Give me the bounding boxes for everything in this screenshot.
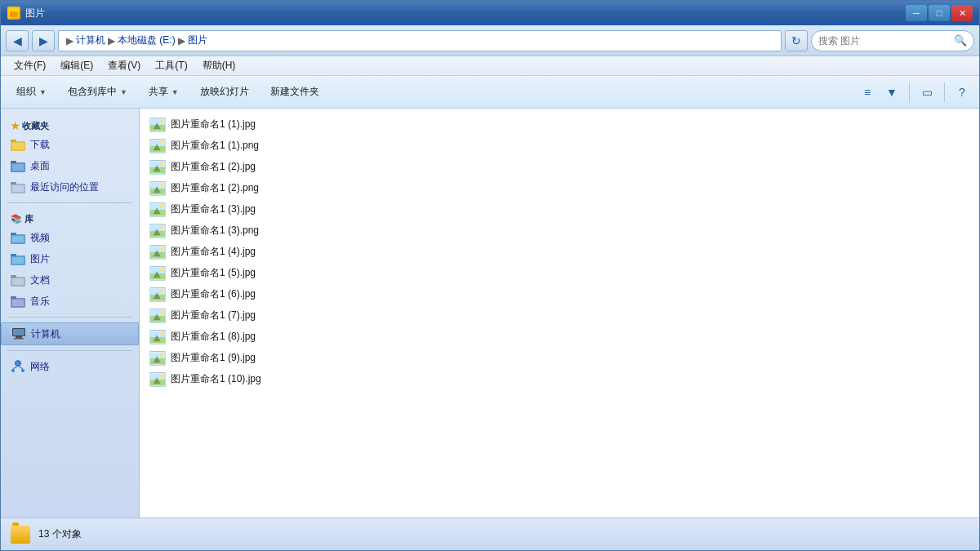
- file-name: 图片重命名1 (1).jpg: [171, 118, 256, 131]
- file-icon: [149, 180, 166, 196]
- titlebar-left: 图片: [7, 7, 45, 20]
- sidebar-divider-2: [7, 317, 132, 318]
- path-drive[interactable]: 本地磁盘 (E:): [118, 33, 176, 47]
- svg-rect-27: [14, 338, 24, 340]
- sidebar-item-download[interactable]: 下载: [1, 134, 139, 155]
- list-item[interactable]: 图片重命名1 (6).jpg: [145, 283, 974, 304]
- file-icon: [149, 371, 166, 387]
- svg-point-75: [159, 247, 163, 251]
- library-title: 📚 库: [1, 208, 139, 227]
- forward-button[interactable]: ▶: [32, 30, 55, 51]
- pictures-label: 图片: [30, 252, 50, 266]
- file-name: 图片重命名1 (4).jpg: [171, 245, 256, 259]
- sidebar-item-documents[interactable]: 文档: [1, 269, 139, 291]
- preview-pane-button[interactable]: ▭: [916, 82, 938, 103]
- organize-label: 组织: [16, 85, 36, 99]
- address-path[interactable]: ▶ 计算机 ▶ 本地磁盘 (E:) ▶ 图片: [58, 30, 782, 51]
- list-item[interactable]: 图片重命名1 (2).png: [145, 177, 974, 198]
- svg-line-32: [18, 366, 23, 369]
- sidebar-item-desktop[interactable]: 桌面: [1, 155, 139, 176]
- include-label: 包含到库中: [68, 85, 117, 99]
- file-name: 图片重命名1 (8).jpg: [171, 330, 256, 344]
- sidebar-item-recent[interactable]: 最近访问的位置: [1, 176, 139, 198]
- favorites-title: ★ 收藏夹: [1, 115, 139, 134]
- svg-rect-11: [12, 185, 24, 192]
- list-item[interactable]: 图片重命名1 (8).jpg: [145, 326, 974, 347]
- documents-label: 文档: [30, 273, 50, 287]
- file-icon: [149, 264, 166, 281]
- svg-rect-14: [12, 236, 24, 242]
- explorer-window: 图片 ─ □ ✕ ◀ ▶ ▶ 计算机 ▶ 本地磁盘 (E:) ▶ 图片 ↻ 🔍 …: [0, 0, 980, 551]
- list-item[interactable]: 图片重命名1 (3).png: [145, 220, 974, 241]
- minimize-button[interactable]: ─: [906, 5, 927, 21]
- file-icon: [149, 158, 166, 175]
- back-button[interactable]: ◀: [6, 30, 29, 51]
- menu-tools[interactable]: 工具(T): [149, 57, 194, 74]
- maximize-button[interactable]: □: [929, 5, 950, 21]
- search-icon: 🔍: [954, 34, 967, 47]
- pictures-folder-icon: [11, 251, 25, 266]
- include-library-button[interactable]: 包含到库中 ▼: [59, 79, 136, 105]
- video-folder-icon: [11, 230, 25, 245]
- sidebar-item-computer[interactable]: 计算机: [1, 322, 139, 345]
- search-input[interactable]: [818, 35, 951, 47]
- svg-rect-13: [11, 233, 16, 235]
- list-item[interactable]: 图片重命名1 (2).jpg: [145, 156, 974, 177]
- help-button[interactable]: ?: [951, 82, 973, 103]
- sidebar-item-video[interactable]: 视频: [1, 227, 139, 248]
- view-options-button[interactable]: ≡: [857, 82, 878, 103]
- list-item[interactable]: 图片重命名1 (5).jpg: [145, 262, 974, 283]
- file-name: 图片重命名1 (7).jpg: [171, 309, 256, 322]
- desktop-folder-icon: [11, 158, 25, 173]
- close-button[interactable]: ✕: [951, 5, 973, 21]
- svg-rect-8: [12, 164, 24, 171]
- path-computer[interactable]: 计算机: [76, 33, 105, 47]
- list-item[interactable]: 图片重命名1 (7).jpg: [145, 304, 974, 326]
- status-count: 13 个对象: [38, 527, 82, 541]
- toolbar: 组织 ▼ 包含到库中 ▼ 共享 ▼ 放映幻灯片 新建文件夹 ≡ ▼ ▭ ?: [1, 76, 979, 109]
- file-icon: [149, 116, 166, 132]
- list-item[interactable]: 图片重命名1 (3).jpg: [145, 198, 974, 220]
- svg-point-111: [159, 374, 163, 378]
- organize-button[interactable]: 组织 ▼: [7, 79, 56, 105]
- video-label: 视频: [30, 231, 50, 245]
- sidebar: ★ 收藏夹 下载: [1, 109, 140, 518]
- menu-view[interactable]: 查看(V): [101, 57, 147, 74]
- new-folder-button[interactable]: 新建文件夹: [261, 79, 328, 105]
- desktop-label: 桌面: [30, 159, 50, 173]
- star-icon: ★: [11, 121, 20, 131]
- sidebar-item-pictures[interactable]: 图片: [1, 248, 139, 269]
- titlebar: 图片 ─ □ ✕: [1, 1, 979, 25]
- svg-point-57: [159, 183, 163, 187]
- path-folder[interactable]: 图片: [188, 33, 207, 47]
- svg-point-45: [159, 140, 163, 144]
- sidebar-item-music[interactable]: 音乐: [1, 291, 139, 312]
- list-item[interactable]: 图片重命名1 (1).jpg: [145, 113, 974, 135]
- file-name: 图片重命名1 (2).png: [171, 181, 259, 195]
- share-button[interactable]: 共享 ▼: [140, 79, 188, 105]
- list-item[interactable]: 图片重命名1 (10).jpg: [145, 368, 974, 389]
- computer-label: 计算机: [31, 327, 60, 341]
- file-name: 图片重命名1 (10).jpg: [171, 372, 261, 386]
- svg-rect-4: [11, 140, 16, 142]
- file-icon: [149, 286, 166, 302]
- menubar: 文件(F) 编辑(E) 查看(V) 工具(T) 帮助(H): [1, 56, 979, 76]
- sidebar-item-network[interactable]: 网络: [1, 356, 139, 377]
- file-name: 图片重命名1 (3).png: [171, 224, 259, 238]
- slideshow-button[interactable]: 放映幻灯片: [191, 79, 258, 105]
- share-arrow-icon: ▼: [172, 88, 179, 96]
- file-name: 图片重命名1 (3).jpg: [171, 202, 256, 216]
- network-icon: [11, 359, 25, 374]
- view-arrow-button[interactable]: ▼: [881, 82, 902, 103]
- menu-edit[interactable]: 编辑(E): [54, 57, 100, 74]
- list-item[interactable]: 图片重命名1 (9).jpg: [145, 347, 974, 368]
- list-item[interactable]: 图片重命名1 (4).jpg: [145, 241, 974, 262]
- menu-help[interactable]: 帮助(H): [196, 57, 243, 74]
- menu-file[interactable]: 文件(F): [7, 57, 52, 74]
- svg-point-87: [159, 289, 163, 293]
- file-name: 图片重命名1 (5).jpg: [171, 266, 256, 280]
- documents-folder-icon: [11, 273, 25, 287]
- refresh-button[interactable]: ↻: [785, 30, 808, 51]
- file-icon: [149, 307, 166, 323]
- list-item[interactable]: 图片重命名1 (1).png: [145, 135, 974, 156]
